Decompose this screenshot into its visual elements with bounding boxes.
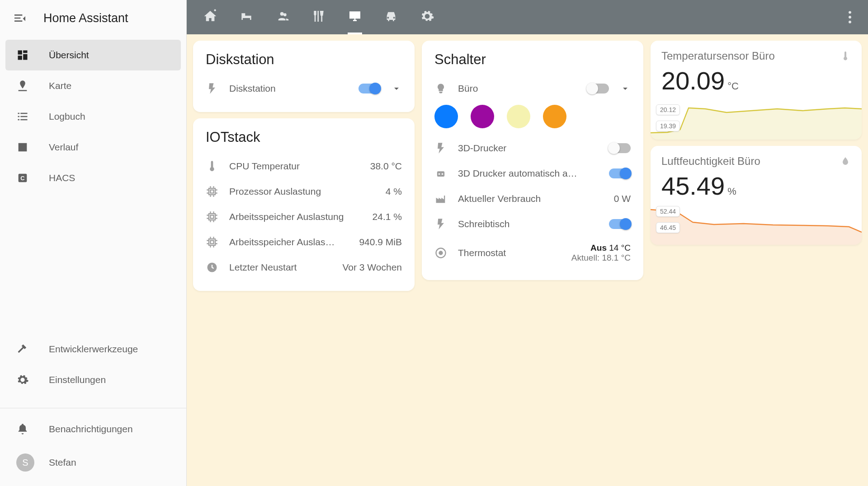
diskstation-toggle[interactable]: [359, 84, 380, 93]
tab-home-icon[interactable]: [203, 0, 217, 34]
sidebar-bottom: Entwicklerwerkzeuge Einstellungen: [0, 328, 186, 401]
chip-icon: [206, 236, 218, 248]
row-label: Aktueller Verbrauch: [458, 193, 603, 204]
lightbulb-icon: [434, 82, 447, 95]
row-value: 38.0 °C: [370, 161, 402, 172]
iotstack-row[interactable]: Arbeitsspeicher Auslastung 24.1 %: [206, 204, 402, 229]
bell-icon: [16, 423, 29, 435]
list-icon: [16, 110, 29, 123]
sidebar-item-label: Einstellungen: [49, 374, 106, 385]
thermostat-row[interactable]: Thermostat Aus 14 °C Aktuell: 18.1 °C: [434, 237, 631, 269]
chart-label-low: 19.39: [656, 121, 680, 131]
iotstack-row[interactable]: Letzter Neustart Vor 3 Wochen: [206, 255, 402, 280]
row-value: 24.1 %: [373, 211, 402, 222]
row-label[interactable]: 3D Drucker automatisch a…: [458, 168, 598, 179]
sidebar-footer: Benachrichtigungen S Stefan: [0, 408, 186, 486]
chip-icon: [206, 185, 218, 198]
row-value: 940.9 MiB: [359, 237, 402, 248]
chip-icon: [206, 210, 218, 223]
tab-car-icon[interactable]: [384, 0, 398, 34]
sidebar-item-label: Übersicht: [49, 50, 89, 61]
iotstack-row[interactable]: Prozessor Auslastung 4 %: [206, 179, 402, 204]
hammer-icon: [16, 343, 29, 355]
thermostat-icon: [434, 247, 447, 259]
hacs-icon: C: [16, 172, 29, 184]
printer-row: 3D-Drucker: [434, 136, 631, 161]
color-preset-orange[interactable]: [543, 105, 566, 128]
avatar: S: [16, 453, 34, 472]
printer-auto-row: 3D Drucker automatisch a…: [434, 161, 631, 186]
row-label[interactable]: Büro: [458, 83, 576, 94]
row-label: Arbeitsspeicher Auslastung: [229, 211, 362, 222]
svg-rect-10: [211, 241, 214, 244]
sensor-value: 20.09°C: [661, 66, 851, 95]
svg-point-3: [849, 16, 851, 19]
app-title: Home Assistant: [43, 11, 128, 25]
water-icon: [840, 156, 851, 167]
menu-collapse-icon[interactable]: [13, 11, 27, 25]
buero-toggle[interactable]: [587, 84, 609, 93]
printer-auto-toggle[interactable]: [609, 168, 631, 178]
thermometer-icon: [840, 51, 851, 61]
printer-toggle[interactable]: [609, 143, 631, 153]
row-label[interactable]: 3D-Drucker: [458, 143, 598, 154]
tab-food-icon[interactable]: [311, 0, 326, 34]
sidebar-header: Home Assistant: [0, 0, 186, 36]
svg-rect-5: [209, 188, 215, 195]
temperature-sensor-card[interactable]: Temperatursensor Büro 20.09°C 20.12 19.3…: [651, 41, 862, 140]
chart-label-high: 52.44: [656, 206, 680, 217]
card-title: Schalter: [434, 51, 631, 68]
humidity-sensor-card[interactable]: Luftfeuchtigkeit Büro 45.49% 52.44 46.45: [651, 146, 862, 245]
sidebar-item-overview[interactable]: Übersicht: [5, 40, 181, 70]
topbar: [187, 0, 868, 34]
desk-toggle[interactable]: [609, 219, 631, 229]
gear-icon: [16, 374, 29, 386]
svg-rect-7: [209, 214, 215, 220]
sidebar-item-devtools[interactable]: Entwicklerwerkzeuge: [5, 334, 181, 364]
svg-point-13: [439, 173, 440, 175]
chart-label-high: 20.12: [656, 104, 680, 115]
power-row[interactable]: Aktueller Verbrauch 0 W: [434, 186, 631, 211]
tab-gear-icon[interactable]: [420, 0, 434, 34]
iotstack-row[interactable]: CPU Temperatur 38.0 °C: [206, 154, 402, 179]
diskstation-switch-row: Diskstation: [206, 76, 402, 101]
sensor-title: Luftfeuchtigkeit Büro: [661, 155, 760, 168]
diskstation-card: Diskstation Diskstation: [193, 41, 415, 112]
row-label[interactable]: Diskstation: [229, 83, 348, 94]
sidebar-item-notifications[interactable]: Benachrichtigungen: [5, 414, 181, 444]
color-preset-blue[interactable]: [434, 105, 458, 128]
sensor-title: Temperatursensor Büro: [661, 50, 775, 62]
sidebar-nav: Übersicht Karte Logbuch Verlauf C HACS: [0, 36, 186, 321]
sidebar-item-label: Logbuch: [49, 111, 85, 122]
sidebar-item-user[interactable]: S Stefan: [5, 444, 181, 481]
dashboard-icon: [16, 49, 29, 61]
sidebar-item-history[interactable]: Verlauf: [5, 132, 181, 163]
iotstack-row[interactable]: Arbeitsspeicher Auslas… 940.9 MiB: [206, 229, 402, 255]
sidebar-item-hacs[interactable]: C HACS: [5, 163, 181, 193]
thermostat-current: Aktuell: 18.1 °C: [571, 253, 631, 263]
sidebar-item-logbook[interactable]: Logbuch: [5, 101, 181, 132]
chevron-down-icon[interactable]: [620, 83, 631, 94]
svg-point-4: [849, 21, 851, 23]
chart-icon: [16, 141, 29, 154]
color-preset-cream[interactable]: [507, 105, 530, 128]
color-preset-purple[interactable]: [471, 105, 494, 128]
sidebar-item-label: Karte: [49, 80, 71, 91]
sidebar-item-label: Entwicklerwerkzeuge: [49, 344, 138, 355]
overflow-menu-icon[interactable]: [848, 10, 852, 24]
row-value: Vor 3 Wochen: [342, 262, 402, 273]
sidebar-item-settings[interactable]: Einstellungen: [5, 364, 181, 395]
tab-desktop-icon[interactable]: [348, 0, 362, 34]
svg-text:C: C: [20, 175, 24, 182]
sidebar-item-map[interactable]: Karte: [5, 70, 181, 101]
tab-people-icon[interactable]: [275, 0, 290, 34]
thermometer-icon: [206, 160, 218, 173]
sidebar-item-label: Benachrichtigungen: [49, 424, 133, 435]
chevron-down-icon[interactable]: [391, 83, 402, 94]
flash-icon: [434, 142, 447, 154]
main: Diskstation Diskstation IOTstack CPU Tem…: [187, 0, 868, 486]
tab-bed-icon[interactable]: [239, 0, 254, 34]
row-label[interactable]: Schreibtisch: [458, 219, 598, 229]
desk-row: Schreibtisch: [434, 211, 631, 237]
svg-point-2: [849, 11, 851, 14]
